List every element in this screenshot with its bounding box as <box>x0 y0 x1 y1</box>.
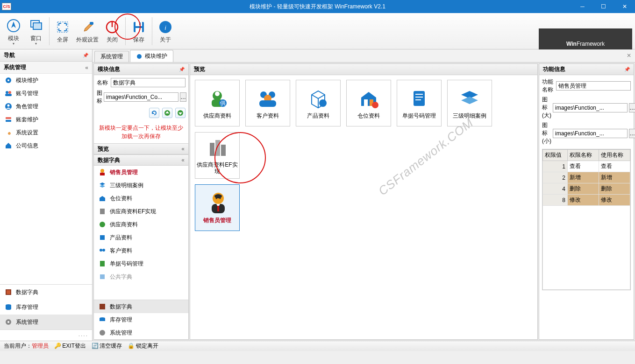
close-window-button[interactable]: ✕ <box>614 0 635 13</box>
browse-button[interactable]: … <box>629 129 635 138</box>
lock-button[interactable]: 🔒 锁定离开 <box>128 342 158 350</box>
tab-system[interactable]: 系统管理 <box>94 51 129 62</box>
preview-card[interactable]: 仓位资料 <box>346 80 391 126</box>
svg-point-28 <box>7 321 9 323</box>
tree-item[interactable]: 供应商资料 <box>94 218 188 231</box>
icon-big-input[interactable] <box>553 103 628 112</box>
save-icon <box>132 20 146 34</box>
tab-module[interactable]: 模块维护 <box>130 50 173 62</box>
about-button[interactable]: i 关于 <box>155 16 176 47</box>
tree-bottom-item[interactable]: 数据字典 <box>94 300 188 313</box>
svg-rect-58 <box>414 91 425 106</box>
info-icon: i <box>158 20 172 34</box>
close-button[interactable]: 关闭 <box>101 16 123 47</box>
svg-rect-60 <box>415 97 423 98</box>
appearance-button[interactable]: 外观设置 <box>74 16 100 47</box>
tree-item[interactable]: 客户资料 <box>94 244 188 257</box>
grid-row[interactable]: 1查看查看 <box>543 161 630 172</box>
function-name-input[interactable] <box>556 81 631 91</box>
svg-point-37 <box>100 249 102 252</box>
nav-bottom-dict[interactable]: 数据字典 <box>0 285 92 300</box>
svg-rect-55 <box>364 99 368 106</box>
supplier-icon <box>99 221 106 228</box>
fullscreen-button[interactable]: 全屏 <box>52 16 73 47</box>
svg-rect-63 <box>215 140 220 156</box>
svg-rect-41 <box>100 304 105 309</box>
clear-cache-button[interactable]: 🔄 清空缓存 <box>92 342 122 350</box>
svg-rect-59 <box>415 94 423 95</box>
customers-icon <box>257 87 279 110</box>
permissions-grid[interactable]: 权限值权限名称使用名称 1查看查看 2新增新增 4删除删除 8修改修改 <box>542 149 631 290</box>
nav-item-account[interactable]: 账号管理 <box>0 87 92 100</box>
preview-card-selected[interactable]: 销售员管理 <box>195 184 240 231</box>
svg-rect-43 <box>100 318 105 321</box>
maximize-button[interactable]: ☐ <box>593 0 614 13</box>
pin-icon[interactable]: 📌 <box>624 67 630 72</box>
nav-item-accountset[interactable]: 账套维护 <box>0 113 92 126</box>
refresh-button[interactable] <box>149 108 159 118</box>
tree-bottom-item[interactable]: 系统管理 <box>94 326 188 339</box>
svg-point-66 <box>216 198 217 199</box>
cog-icon <box>5 318 12 326</box>
nav-bottom-system[interactable]: 系统管理 <box>0 315 92 329</box>
arrow-down-icon <box>177 110 184 116</box>
tree-item[interactable]: 三级明细案例 <box>94 179 188 192</box>
tree-item[interactable]: 销售员管理 <box>94 166 188 179</box>
salesperson-icon <box>206 191 228 215</box>
icon-small-input[interactable] <box>553 129 628 138</box>
window-button[interactable]: 窗口▾ <box>25 16 47 47</box>
preview-card[interactable]: 单据号码管理 <box>397 80 442 126</box>
nav-item-settings[interactable]: 系统设置 <box>0 126 92 139</box>
svg-point-54 <box>319 99 327 107</box>
preview-card[interactable]: 供供应商资料 <box>195 80 240 126</box>
save-button[interactable]: 保存 <box>128 16 150 47</box>
status-bar: 当前用户：管理员 🔑 EXIT登出 🔄 清空缓存 🔒 锁定离开 <box>0 341 635 351</box>
preview-card[interactable]: 三级明细案例 <box>447 80 492 126</box>
tab-close-button[interactable]: ✕ <box>627 52 631 59</box>
down-button[interactable] <box>175 108 186 118</box>
pin-icon[interactable]: 📌 <box>83 53 88 58</box>
svg-rect-62 <box>210 143 214 156</box>
preview-subheader[interactable]: 预览« <box>94 143 188 154</box>
group-icon <box>99 247 106 254</box>
browse-button[interactable]: … <box>629 103 635 112</box>
nav-bottom-stock[interactable]: 库存管理 <box>0 300 92 315</box>
warehouse-icon <box>99 195 106 202</box>
module-name-input[interactable] <box>111 78 186 87</box>
tree-item[interactable]: 产品资料 <box>94 231 188 244</box>
up-button[interactable] <box>162 108 172 118</box>
tree-bottom-item[interactable]: 库存管理 <box>94 313 188 326</box>
grid-row[interactable]: 2新增新增 <box>543 172 630 183</box>
browse-button[interactable]: … <box>180 92 186 102</box>
grid-row[interactable]: 4删除删除 <box>543 183 630 195</box>
window-title: 模块维护 - 轻量级可快速开发框架 WinFramework V2.1 <box>250 3 385 11</box>
module-button[interactable]: 模块▾ <box>3 16 24 47</box>
nav-group-header[interactable]: 系统管理« <box>0 62 92 74</box>
database-icon <box>99 316 106 323</box>
svg-rect-20 <box>6 117 11 119</box>
preview-card[interactable]: 产品资料 <box>296 80 341 126</box>
tab-bar: 系统管理 模块维护 ✕ <box>93 49 635 63</box>
function-info-header: 功能信息 <box>543 65 565 73</box>
preview-card[interactable]: 客户资料 <box>245 80 290 126</box>
tree-item[interactable]: 仓位资料 <box>94 192 188 205</box>
windows-icon <box>29 19 43 33</box>
exit-button[interactable]: 🔑 EXIT登出 <box>54 342 86 350</box>
tree-item[interactable]: 公共字典 <box>94 270 188 283</box>
tree-item[interactable]: 单据号码管理 <box>94 257 188 270</box>
minimize-button[interactable]: ─ <box>572 0 593 13</box>
exit-icon: 🔑 <box>54 343 61 349</box>
nav-item-module[interactable]: 模块维护 <box>0 74 92 87</box>
nav-item-role[interactable]: 角色管理 <box>0 100 92 113</box>
module-icon-input[interactable] <box>104 92 178 102</box>
box-icon <box>99 234 106 241</box>
tree-item[interactable]: 供应商资料EF实现 <box>94 205 188 218</box>
app-icon: C/S <box>2 3 11 10</box>
person-icon <box>99 168 106 176</box>
grid-row[interactable]: 8修改修改 <box>543 195 630 206</box>
preview-card[interactable]: 供应商资料EF实现 <box>195 132 240 179</box>
nav-item-company[interactable]: 公司信息 <box>0 139 92 152</box>
pin-icon[interactable]: 📌 <box>179 67 185 72</box>
dict-subheader[interactable]: 数据字典« <box>94 154 188 166</box>
svg-rect-53 <box>259 100 276 107</box>
